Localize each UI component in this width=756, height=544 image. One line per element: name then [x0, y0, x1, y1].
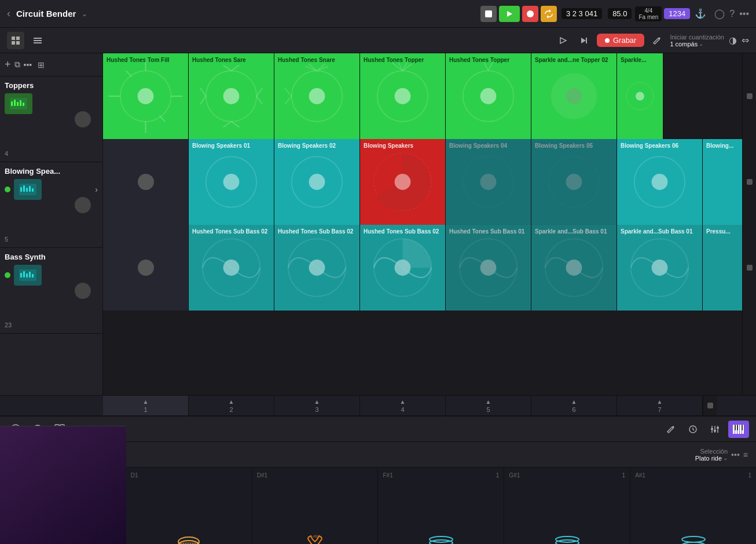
svg-rect-90 — [735, 425, 736, 430]
pad-hihat-pedal[interactable]: G#1 1 Hi-Hat Pedal Blowing Speakers — [504, 468, 630, 544]
clip-bass-2[interactable]: Hushed Tones Sub Bass 02 — [274, 225, 360, 311]
position-display: 3 2 3 041 — [562, 8, 602, 19]
pad-hihat[interactable]: F#1 1 Hi-Hat Blowing Speakers — [378, 468, 504, 544]
clip-blowing-active[interactable]: Blowing Speakers — [360, 139, 446, 225]
clip-bass-5[interactable]: Sparkle and...Sub Bass 01 — [617, 225, 703, 311]
clip-toppers-1[interactable]: Hushed Tones Tom Fill — [103, 53, 189, 139]
record-button[interactable] — [522, 6, 538, 22]
piano-roll-icon[interactable] — [728, 421, 749, 438]
scene-num-4[interactable]: ▲ 4 — [360, 396, 446, 415]
track-options-button[interactable]: ••• — [24, 60, 32, 70]
scene-stop-all[interactable] — [707, 403, 713, 408]
stop-button[interactable] — [480, 6, 497, 22]
layout-toggle[interactable]: ⇔ — [742, 35, 749, 46]
scene-num-5[interactable]: ▲ 5 — [446, 396, 531, 415]
pencil-tool-icon[interactable] — [662, 421, 680, 438]
svg-rect-26 — [26, 273, 28, 278]
duplicate-track-button[interactable]: ⧉ — [14, 60, 20, 70]
clip-label: Hushed Tones Sub Bass 02 — [278, 228, 356, 235]
clip-blowing-1[interactable]: Blowing Speakers 01 — [189, 139, 274, 225]
scene-num-2[interactable]: ▲ 2 — [189, 396, 274, 415]
help-icon[interactable]: ? — [729, 9, 735, 19]
transport-controls: 3 2 3 041 85.0 4/4 Fa men 1234 ⚓ — [480, 6, 709, 22]
clip-toppers-3[interactable]: Hushed Tones Snare — [274, 53, 360, 139]
hihat-icon — [427, 529, 456, 544]
track-device-toppers[interactable] — [5, 93, 32, 114]
scene-row-1: Hushed Tones Tom Fill Hushed Tones Sare … — [103, 53, 742, 139]
track-device-bass[interactable] — [14, 265, 42, 286]
scene-num-7[interactable]: ▲ 7 — [617, 396, 703, 415]
pad-hihat-open[interactable]: A#1 1 Hi-Hat Open Blowing Speakers — [630, 468, 756, 544]
clip-label: Hushed Tones Snare — [278, 57, 356, 64]
clock-tool-icon[interactable] — [684, 421, 702, 438]
track-layout-button[interactable]: ⊞ — [38, 60, 45, 70]
selection-chevron[interactable]: ⌄ — [723, 455, 728, 461]
more-menu-icon[interactable]: ••• — [739, 9, 749, 19]
hihat-pedal-icon — [553, 529, 582, 544]
scene-stop-3[interactable] — [743, 225, 756, 311]
clip-bass-1[interactable]: Hushed Tones Sub Bass 02 — [189, 225, 274, 311]
clip-blowing-4[interactable]: Blowing Speakers 04 — [446, 139, 531, 225]
clip-blowing-7[interactable]: Blowing... — [703, 139, 742, 225]
add-track-button[interactable]: + — [5, 59, 11, 71]
clip-toppers-7[interactable]: Sparkle... — [617, 53, 663, 139]
mixer-icon[interactable] — [706, 421, 724, 438]
account-icon[interactable]: ◯ — [714, 8, 725, 19]
clip-toppers-5[interactable]: Hushed Tones Topper — [446, 53, 531, 139]
pencil-button[interactable] — [649, 32, 665, 49]
track-expand-blowing[interactable]: › — [95, 185, 98, 194]
clip-label: Sparkle and...Sub Bass 01 — [621, 228, 699, 235]
scene-stop-2[interactable] — [743, 139, 756, 225]
clap-icon — [300, 529, 329, 544]
scene-num-3[interactable]: ▲ 3 — [274, 396, 360, 415]
svg-rect-82 — [711, 428, 713, 430]
play-head-button[interactable] — [555, 32, 571, 49]
clip-label: Hushed Tones Tom Fill — [107, 57, 185, 64]
clip-toppers-4[interactable]: Hushed Tones Topper — [360, 53, 446, 139]
record-toolbar-button[interactable]: Grabar — [597, 34, 644, 47]
clip-bass-3[interactable]: Hushed Tones Sub Bass 01 — [446, 225, 531, 311]
svg-rect-18 — [20, 187, 22, 192]
svg-rect-13 — [14, 100, 16, 106]
clip-blowing-2[interactable]: Blowing Speakers 02 — [274, 139, 360, 225]
play-head-continue-button[interactable] — [576, 32, 592, 49]
scene-stop-1[interactable] — [743, 53, 756, 139]
back-button[interactable]: ‹ — [7, 8, 10, 20]
grid-view-button[interactable] — [7, 32, 24, 49]
loop-button[interactable] — [541, 6, 557, 22]
metronome-button[interactable]: ⚓ — [692, 6, 709, 22]
svg-point-30 — [138, 88, 154, 104]
volume-knob-toppers[interactable] — [75, 111, 91, 127]
clip-bass-active[interactable]: Hushed Tones Sub Bass 02 — [360, 225, 446, 311]
clip-blowing-5[interactable]: Blowing Speakers 05 — [531, 139, 617, 225]
play-button[interactable] — [499, 6, 520, 22]
scene-row-3: Hushed Tones Sub Bass 02 Hushed Tones Su… — [103, 225, 742, 311]
clip-bass-6[interactable]: Pressu... — [703, 225, 742, 311]
track-active-blowing — [5, 187, 10, 192]
scene-num-6[interactable]: ▲ 6 — [531, 396, 617, 415]
track-device-blowing[interactable] — [14, 179, 42, 200]
project-chevron[interactable]: ⌄ — [82, 10, 87, 18]
pad-more-button[interactable]: ••• — [731, 450, 740, 459]
clip-bass-empty[interactable] — [103, 225, 189, 311]
svg-rect-14 — [17, 102, 19, 106]
dark-mode-toggle[interactable]: ◑ — [729, 35, 737, 46]
scene-num-1[interactable]: ▲ 1 — [103, 396, 189, 415]
clip-blowing-6[interactable]: Blowing Speakers 06 — [617, 139, 703, 225]
scene-row-2: Blowing Speakers 01 Blowing Speakers 02 … — [103, 139, 742, 225]
volume-knob-blowing[interactable] — [75, 197, 91, 213]
list-view-button[interactable] — [29, 32, 46, 49]
clip-bass-4[interactable]: Sparkle and...Sub Bass 01 — [531, 225, 617, 311]
clip-toppers-6[interactable]: Sparkle and...ne Topper 02 — [531, 53, 617, 139]
clip-blowing-empty[interactable] — [103, 139, 189, 225]
track-name-bass: Bass Synth — [5, 253, 98, 261]
pad-clap-1[interactable]: D#1 Clap 1 Blowing Speakers — [252, 468, 379, 544]
pad-snare-1[interactable]: D1 Snare 1 Blowing Speakers — [126, 468, 252, 544]
clip-toppers-2[interactable]: Hushed Tones Sare — [189, 53, 274, 139]
volume-knob-bass[interactable] — [75, 283, 91, 299]
svg-rect-84 — [717, 427, 719, 429]
pad-options-button[interactable]: ≡ — [743, 450, 748, 459]
scene-badge[interactable]: 1234 — [664, 8, 690, 19]
quantize-chevron[interactable]: ⌄ — [699, 41, 703, 47]
track-headers: + ⧉ ••• ⊞ Toppers 4 Blowing Spea... — [0, 53, 103, 395]
